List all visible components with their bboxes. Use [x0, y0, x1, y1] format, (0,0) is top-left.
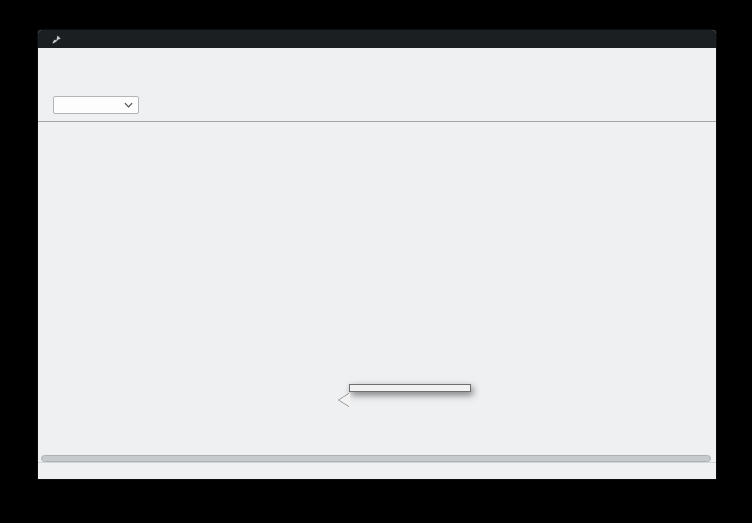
overview-bar[interactable] [40, 433, 712, 451]
signal-area[interactable] [38, 121, 716, 430]
chevron-down-icon [124, 102, 133, 108]
selection-tooltip [349, 384, 471, 392]
zoom-level-select[interactable] [53, 96, 139, 114]
pin-icon[interactable] [52, 35, 61, 44]
playback-toolbar [38, 89, 139, 121]
horizontal-scrollbar[interactable] [41, 455, 711, 462]
menubar [38, 48, 716, 64]
statusbar [38, 462, 716, 478]
file-toolbar [38, 64, 44, 89]
scrollbar-thumb[interactable] [41, 455, 711, 462]
tooltip-arrow [339, 393, 350, 407]
track-controls-gutter [38, 122, 62, 431]
titlebar[interactable] [38, 30, 716, 48]
kwave-window [38, 30, 716, 479]
